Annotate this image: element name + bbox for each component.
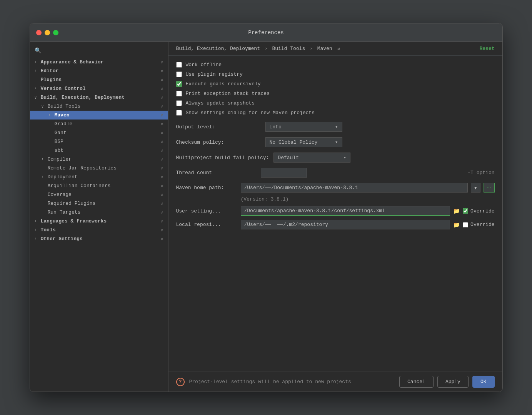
sidebar-item-remote-jar[interactable]: Remote Jar Repositories⇄ xyxy=(30,164,168,173)
sidebar-item-label: Compiler xyxy=(48,156,72,162)
use-plugin-registry-checkbox[interactable] xyxy=(176,71,182,77)
local-repo-folder-btn[interactable]: 📁 xyxy=(453,222,460,228)
sidebar-item-languages[interactable]: ›Languages & Frameworks⇄ xyxy=(30,217,168,226)
sidebar-item-appearance[interactable]: ›Appearance & Behavior⇄ xyxy=(30,58,168,66)
user-settings-override-checkbox[interactable] xyxy=(463,208,468,214)
search-input[interactable] xyxy=(44,48,163,53)
help-button[interactable]: ? xyxy=(176,378,185,386)
sidebar-item-run-targets[interactable]: Run Targets⇄ xyxy=(30,208,168,217)
sidebar-item-gant[interactable]: Gant⇄ xyxy=(30,128,168,137)
sidebar-item-coverage[interactable]: Coverage⇄ xyxy=(30,190,168,199)
maximize-button[interactable] xyxy=(53,30,58,35)
arrow-icon: › xyxy=(48,113,55,117)
sidebar-item-compiler[interactable]: ›Compiler⇄ xyxy=(30,155,168,164)
sidebar-item-required-plugins[interactable]: Required Plugins⇄ xyxy=(30,199,168,208)
sync-icon: ⇄ xyxy=(161,121,163,126)
local-repo-override-checkbox[interactable] xyxy=(463,222,468,227)
breadcrumb-sync-icon: ⇄ xyxy=(337,46,340,51)
sidebar-item-maven[interactable]: ›Maven⇄ xyxy=(30,111,168,120)
user-settings-override-label[interactable]: Override xyxy=(463,208,494,214)
show-settings-label[interactable]: Show settings dialog for new Maven proje… xyxy=(186,110,315,116)
search-icon: 🔍 xyxy=(35,47,41,54)
print-exception-checkbox[interactable] xyxy=(176,91,182,96)
sidebar-item-sbt[interactable]: sbt⇄ xyxy=(30,146,168,155)
output-level-value: Info xyxy=(270,124,282,130)
sidebar-item-build-tools[interactable]: ∨Build Tools⇄ xyxy=(30,102,168,111)
checksum-policy-dropdown[interactable]: No Global Policy ▾ xyxy=(265,137,342,147)
sidebar-item-label: Maven xyxy=(55,112,70,118)
sync-icon: ⇄ xyxy=(161,236,163,241)
main-content-area: 🔍 ›Appearance & Behavior⇄›Editor⇄Plugins… xyxy=(30,42,502,392)
sync-icon: ⇄ xyxy=(161,183,163,188)
use-plugin-registry-label[interactable]: Use plugin registry xyxy=(186,71,243,77)
maven-home-input[interactable] xyxy=(241,183,468,193)
work-offline-checkbox[interactable] xyxy=(176,62,182,68)
execute-goals-checkbox[interactable] xyxy=(176,81,182,87)
sidebar-item-bsp[interactable]: BSP⇄ xyxy=(30,137,168,146)
sidebar-item-label: Deployment xyxy=(48,174,78,180)
close-button[interactable] xyxy=(36,30,42,35)
maven-home-row: Maven home path: ▾ ··· xyxy=(176,183,495,193)
reset-button[interactable]: Reset xyxy=(479,46,494,51)
user-settings-input[interactable] xyxy=(241,206,450,216)
sidebar-item-editor[interactable]: ›Editor⇄ xyxy=(30,66,168,75)
local-repo-row: Local reposi... 📁 Override xyxy=(176,220,495,229)
checkboxes-container: Work offlineUse plugin registryExecute g… xyxy=(176,62,495,116)
arrow-icon: › xyxy=(42,175,48,179)
sidebar-item-version-control[interactable]: ›Version Control⇄ xyxy=(30,84,168,93)
show-settings-checkbox[interactable] xyxy=(176,110,182,116)
cancel-button[interactable]: Cancel xyxy=(399,376,434,388)
thread-count-option: -T option xyxy=(467,170,494,176)
maven-home-label: Maven home path: xyxy=(176,185,238,191)
checksum-policy-row: Checksum policy: No Global Policy ▾ xyxy=(176,137,495,147)
titlebar: Preferences xyxy=(30,23,502,42)
multiproject-value: Default xyxy=(278,155,299,161)
work-offline-label[interactable]: Work offline xyxy=(186,62,222,68)
user-settings-folder-btn[interactable]: 📁 xyxy=(453,208,460,214)
checkbox-row-execute-goals: Execute goals recursively xyxy=(176,81,495,87)
footer-message: Project-level settings will be applied t… xyxy=(189,379,395,385)
ok-button[interactable]: OK xyxy=(472,376,495,388)
sidebar-item-label: Version Control xyxy=(41,86,86,91)
local-repo-input[interactable] xyxy=(241,220,450,229)
always-update-checkbox[interactable] xyxy=(176,100,182,106)
sidebar-item-label: Build, Execution, Deployment xyxy=(41,95,125,100)
multiproject-row: Multiproject build fail policy: Default … xyxy=(176,153,495,163)
sidebar-item-arquillian[interactable]: Arquillian Containers⇄ xyxy=(30,181,168,190)
sidebar-item-tools[interactable]: ›Tools⇄ xyxy=(30,226,168,234)
minimize-button[interactable] xyxy=(45,30,50,35)
arrow-icon: › xyxy=(35,86,41,91)
sync-icon: ⇄ xyxy=(161,227,163,232)
apply-button[interactable]: Apply xyxy=(437,376,469,388)
sidebar-item-label: Plugins xyxy=(41,77,62,83)
always-update-label[interactable]: Always update snapshots xyxy=(186,100,255,106)
sync-icon: ⇄ xyxy=(161,148,163,153)
sync-icon: ⇄ xyxy=(161,201,163,206)
output-level-arrow-icon: ▾ xyxy=(335,124,338,130)
execute-goals-label[interactable]: Execute goals recursively xyxy=(186,81,261,87)
multiproject-dropdown[interactable]: Default ▾ xyxy=(274,153,350,163)
sidebar-item-label: BSP xyxy=(55,139,63,144)
sidebar-item-other-settings[interactable]: ›Other Settings⇄ xyxy=(30,234,168,243)
right-panel: Build, Execution, Deployment › Build Too… xyxy=(168,42,502,392)
checkbox-row-always-update: Always update snapshots xyxy=(176,100,495,106)
sidebar-item-label: Coverage xyxy=(48,192,72,198)
sidebar-item-deployment[interactable]: ›Deployment⇄ xyxy=(30,173,168,181)
print-exception-label[interactable]: Print exception stack traces xyxy=(186,91,270,96)
sidebar-item-plugins[interactable]: Plugins⇄ xyxy=(30,75,168,84)
sync-icon: ⇄ xyxy=(161,68,163,73)
arrow-icon: › xyxy=(35,237,41,241)
sidebar-item-build-exec[interactable]: ∨Build, Execution, Deployment⇄ xyxy=(30,93,168,102)
sidebar-item-gradle[interactable]: Gradle⇄ xyxy=(30,120,168,128)
maven-home-dropdown-btn[interactable]: ▾ xyxy=(471,183,480,193)
maven-home-browse-btn[interactable]: ··· xyxy=(484,183,495,193)
local-repo-override-label[interactable]: Override xyxy=(463,222,494,227)
output-level-dropdown[interactable]: Info ▾ xyxy=(265,122,342,132)
sync-icon: ⇄ xyxy=(161,130,163,135)
thread-count-input[interactable] xyxy=(261,168,307,178)
main-header: Build, Execution, Deployment › Build Too… xyxy=(168,42,502,56)
arrow-icon: › xyxy=(35,60,41,64)
local-repo-label: Local reposi... xyxy=(176,222,238,227)
preferences-window: Preferences 🔍 ›Appearance & Behavior⇄›Ed… xyxy=(30,23,503,392)
footer: ? Project-level settings will be applied… xyxy=(168,372,502,392)
